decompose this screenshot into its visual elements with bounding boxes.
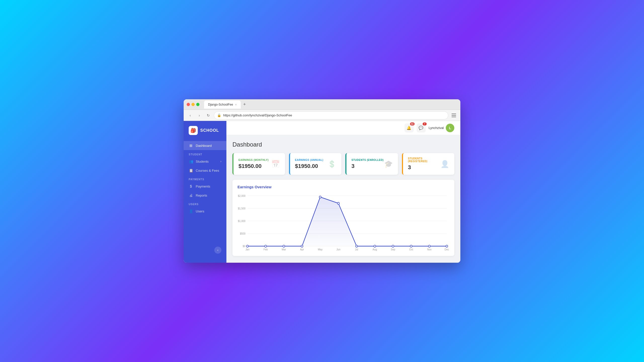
tab-close-button[interactable]: ×	[235, 103, 236, 106]
svg-text:$2,000: $2,000	[238, 194, 246, 197]
page-content: Dashboard EARNINGS (MONTHLY) $1950.00 📅 …	[226, 135, 460, 263]
svg-point-34	[446, 245, 448, 247]
svg-text:Oct: Oct	[409, 248, 413, 251]
stat-card-earnings-monthly: EARNINGS (MONTHLY) $1950.00 📅	[232, 153, 285, 175]
user-area[interactable]: Lynchzival L	[429, 124, 454, 132]
address-bar[interactable]: 🔒 https://github.com/lynchzival/Django-S…	[214, 111, 448, 119]
svg-text:Feb: Feb	[263, 248, 268, 251]
stat-card-content: EARNINGS (MONTHLY) $1950.00	[238, 159, 269, 169]
svg-point-32	[410, 245, 412, 247]
sidebar-dashboard-label: Dashboard	[196, 144, 212, 148]
calendar-icon: 📅	[271, 160, 280, 168]
students-enrolled-value: 3	[351, 163, 384, 169]
students-registered-value: 3	[408, 164, 441, 171]
browser-window: Django-SchoolFee × + ‹ › ↻ 🔒 https://git…	[184, 99, 460, 263]
url-text: https://github.com/lynchzival/Django-Sch…	[223, 113, 292, 117]
stat-card-earnings-annual: EARNINGS (ANNUAL) $1950.00 💲	[289, 153, 342, 175]
payments-section-label: PAYMENTS	[184, 175, 226, 182]
back-button[interactable]: ‹	[187, 112, 194, 119]
menu-line-1	[452, 114, 456, 114]
menu-line-2	[452, 115, 456, 116]
sidebar-item-reports[interactable]: 🖨 Reports	[184, 191, 226, 200]
person-icon: 👤	[440, 160, 449, 168]
bell-icon: 🔔	[407, 126, 411, 130]
svg-text:$0: $0	[243, 245, 246, 248]
sidebar-item-courses-fees[interactable]: 📋 Courses & Fees	[184, 166, 226, 175]
close-window-button[interactable]	[187, 103, 190, 106]
sidebar-students-label: Students	[196, 160, 209, 163]
avatar-letter: L	[449, 126, 451, 130]
stat-card-students-enrolled: STUDENTS (ENROLLED) 3 🎓	[345, 153, 398, 175]
courses-icon: 📋	[189, 168, 193, 172]
payments-icon: $	[189, 184, 193, 188]
sidebar-courses-label: Courses & Fees	[196, 169, 219, 172]
logo-area: 🎒 SCHOOL	[184, 126, 226, 141]
main-content: 🔔 84 💬 7 Lynchzival L Dashboard	[226, 121, 460, 263]
stats-row: EARNINGS (MONTHLY) $1950.00 📅 EARNINGS (…	[232, 153, 454, 175]
logo-text: SCHOOL	[200, 128, 219, 133]
username-text: Lynchzival	[429, 126, 444, 130]
svg-point-26	[301, 245, 303, 247]
sidebar-item-dashboard[interactable]: ⊞ Dashboard	[184, 141, 226, 150]
sidebar: 🎒 SCHOOL ⊞ Dashboard STUDENT 👥 Students …	[184, 121, 226, 263]
svg-point-29	[356, 245, 358, 247]
notifications-button[interactable]: 🔔 84	[405, 123, 414, 132]
messages-button[interactable]: 💬 7	[417, 123, 426, 132]
svg-point-33	[428, 245, 430, 247]
new-tab-button[interactable]: +	[242, 102, 248, 107]
chart-container: $2,000 $1,500 $1,000 $500 $0	[237, 193, 449, 251]
chart-title: Earnings Overview	[237, 185, 449, 189]
logo-emoji: 🎒	[190, 128, 196, 133]
traffic-lights	[187, 103, 199, 106]
sidebar-item-payments[interactable]: $ Payments	[184, 182, 226, 191]
svg-text:$1,500: $1,500	[238, 207, 246, 210]
svg-point-31	[392, 245, 394, 247]
browser-tabs: Django-SchoolFee × +	[204, 101, 247, 109]
sidebar-payments-label: Payments	[196, 185, 210, 188]
stat-card-content-3: STUDENTS (ENROLLED) 3	[351, 159, 384, 169]
svg-text:Mar: Mar	[282, 248, 286, 251]
tab-title: Django-SchoolFee	[208, 103, 233, 106]
sidebar-item-students[interactable]: 👥 Students ›	[184, 157, 226, 166]
active-tab[interactable]: Django-SchoolFee ×	[204, 101, 241, 109]
svg-text:Jul: Jul	[355, 248, 358, 251]
users-icon: 👤	[189, 209, 193, 213]
svg-text:Jan: Jan	[246, 248, 250, 251]
logo-icon: 🎒	[189, 126, 198, 135]
messages-badge: 7	[423, 122, 427, 125]
chart-card: Earnings Overview $2,000 $1,500 $1,000 $…	[232, 180, 454, 256]
stat-card-content-4: STUDENTS (REGISTERED) 3	[408, 157, 441, 171]
earnings-annual-label: EARNINGS (ANNUAL)	[295, 159, 324, 161]
menu-line-3	[452, 117, 456, 117]
refresh-button[interactable]: ↻	[205, 112, 212, 119]
users-section-label: USERS	[184, 200, 226, 207]
sidebar-users-label: Users	[196, 209, 204, 213]
svg-point-28	[337, 202, 339, 204]
svg-text:$500: $500	[240, 232, 246, 235]
browser-menu-button[interactable]	[450, 112, 457, 119]
svg-text:Apr: Apr	[300, 248, 304, 251]
svg-text:Sep: Sep	[391, 248, 395, 251]
svg-text:$1,000: $1,000	[238, 220, 246, 222]
sidebar-item-users[interactable]: 👤 Users	[184, 207, 226, 216]
browser-titlebar: Django-SchoolFee × +	[184, 99, 460, 110]
students-registered-label: STUDENTS (REGISTERED)	[408, 157, 441, 163]
sidebar-collapse-button[interactable]: ‹	[214, 247, 221, 254]
message-icon: 💬	[419, 126, 423, 130]
svg-marker-22	[248, 197, 447, 246]
dollar-icon: 💲	[328, 160, 336, 168]
students-chevron-icon: ›	[220, 160, 221, 163]
stat-card-students-registered: STUDENTS (REGISTERED) 3 👤	[402, 153, 455, 175]
stat-card-content-2: EARNINGS (ANNUAL) $1950.00	[295, 159, 324, 169]
svg-point-27	[319, 196, 321, 198]
topbar: 🔔 84 💬 7 Lynchzival L	[226, 121, 460, 135]
security-icon: 🔒	[217, 113, 221, 117]
reports-icon: 🖨	[189, 193, 193, 197]
maximize-window-button[interactable]	[196, 103, 199, 106]
earnings-monthly-label: EARNINGS (MONTHLY)	[238, 159, 269, 161]
minimize-window-button[interactable]	[191, 103, 195, 106]
forward-button[interactable]: ›	[196, 112, 203, 119]
app-container: 🎒 SCHOOL ⊞ Dashboard STUDENT 👥 Students …	[184, 121, 460, 263]
page-title: Dashboard	[232, 141, 454, 148]
svg-point-23	[247, 245, 249, 247]
